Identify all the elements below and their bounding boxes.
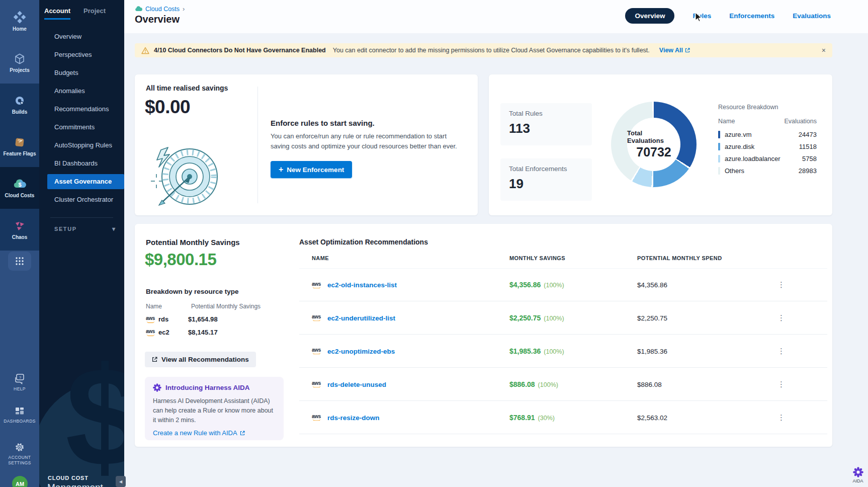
enforce-description: You can enforce/run any rule or rule rec… [271, 131, 458, 151]
sidebar-item-bi-dashboards[interactable]: BI Dashboards [39, 154, 124, 173]
dashboards-button[interactable]: DASHBOARDS [0, 407, 39, 424]
collapse-sidebar-button[interactable]: ◀ [116, 476, 126, 487]
legend-value: 24473 [799, 131, 817, 138]
column-header-potential-spend: POTENTIAL MONTHLY SPEND [637, 255, 722, 261]
savings-percent: (30%) [538, 415, 555, 422]
governance-warning-banner: 4/10 Cloud Connectors Do Not Have Govern… [135, 43, 832, 57]
aida-fab-button[interactable]: AIDA [847, 467, 868, 483]
table-row[interactable]: aws ec2-unoptimized-ebs $1,985.36 (100%)… [299, 335, 827, 368]
monthly-savings-cell: $4,356.86 (100%) [509, 281, 564, 289]
new-enforcement-label: New Enforcement [287, 166, 344, 174]
view-all-recommendations-button[interactable]: View all Recommendations [145, 352, 256, 367]
recommendation-link[interactable]: ec2-unoptimized-ebs [327, 347, 395, 355]
grid-apps-icon [15, 256, 25, 266]
recommendation-link[interactable]: ec2-underutilized-list [327, 314, 395, 321]
savings-value: $1,985.36 [509, 347, 541, 355]
page-title: Overview [135, 14, 180, 25]
sidebar-item-asset-governance[interactable]: Asset Governance [47, 174, 124, 189]
table-row[interactable]: aws ec2-underutilized-list $2,250.75 (10… [299, 301, 827, 335]
aida-promo-card: Introducing Harness AIDA Harness AI Deve… [145, 377, 284, 440]
module-switcher-button[interactable] [8, 252, 31, 271]
banner-view-all-link[interactable]: View All [659, 47, 690, 54]
rail-item-feature-flags[interactable]: Feature Flags [0, 125, 39, 167]
recommendation-link[interactable]: rds-delete-unused [327, 380, 386, 388]
savings-value: $886.08 [509, 380, 535, 388]
feature-flags-icon [14, 136, 26, 148]
total-rules-stat: Total Rules 113 [500, 103, 592, 145]
rail-label: Builds [12, 109, 28, 115]
rail-label: DASHBOARDS [4, 419, 36, 424]
row-menu-kebab-icon[interactable]: ⋮ [774, 313, 788, 322]
row-menu-kebab-icon[interactable]: ⋮ [774, 347, 788, 356]
tab-project[interactable]: Project [83, 7, 106, 20]
tab-rules[interactable]: Rules [692, 12, 711, 20]
dashboards-icon [15, 407, 25, 417]
aws-icon: aws [312, 314, 321, 321]
rail-label: Cloud Costs [5, 193, 35, 198]
user-avatar[interactable]: AM [12, 476, 28, 487]
sidebar-scope-tabs: Account Project [44, 7, 106, 20]
page-header: Cloud Costs › Overview Overview Rules En… [124, 0, 868, 33]
potential-spend-cell: $886.08 [637, 380, 662, 388]
tab-account[interactable]: Account [44, 7, 70, 20]
close-icon[interactable]: × [822, 47, 826, 54]
legend-name: azure.disk [725, 143, 754, 150]
sidebar-item-overview[interactable]: Overview [39, 28, 124, 46]
rail-item-cloud-costs[interactable]: $ Cloud Costs [0, 167, 39, 209]
sidebar-item-cluster-orchestrator[interactable]: Cluster Orchestrator [39, 191, 124, 209]
breadcrumb-cloud-costs-link[interactable]: Cloud Costs [145, 6, 180, 13]
row-menu-kebab-icon[interactable]: ⋮ [774, 413, 788, 422]
aws-icon: aws [146, 329, 155, 336]
sidebar-item-budgets[interactable]: Budgets [39, 64, 124, 82]
recommendation-link[interactable]: ec2-old-instances-list [327, 281, 397, 289]
breakdown-header: Name Potential Monthly Savings [146, 303, 272, 310]
realised-savings-card: All time realised savings $0.00 Enforce … [135, 74, 478, 215]
rail-item-builds[interactable]: Builds [0, 84, 39, 125]
sidebar-item-recommendations[interactable]: Recommendations [39, 100, 124, 118]
tab-overview[interactable]: Overview [625, 8, 674, 24]
tab-enforcements[interactable]: Enforcements [729, 12, 774, 20]
potential-spend-cell: $1,985.36 [637, 347, 667, 355]
tab-evaluations[interactable]: Evaluations [793, 12, 831, 20]
savings-value: $768.91 [509, 414, 535, 422]
main-content: Cloud Costs › Overview Overview Rules En… [124, 0, 868, 487]
sidebar-item-perspectives[interactable]: Perspectives [39, 46, 124, 64]
legend-title: Resource Breakdown [718, 104, 817, 111]
projects-cube-icon [14, 53, 26, 65]
recommendations-table-title: Asset Optimization Recommendations [299, 238, 428, 246]
sidebar-item-commitments[interactable]: Commitments [39, 118, 124, 136]
legend-name: azure.loadbalancer [725, 155, 780, 163]
legend-chip [718, 167, 720, 175]
view-all-label: View All [659, 47, 683, 54]
sidebar-setup-toggle[interactable]: SETUP ▾ [54, 225, 115, 232]
resource-name: rds [158, 315, 179, 323]
sidebar-item-autostopping-rules[interactable]: AutoStopping Rules [39, 136, 124, 154]
potential-spend-cell: $2,250.75 [637, 314, 667, 321]
account-settings-button[interactable]: ACCOUNT SETTINGS [0, 442, 39, 466]
external-link-icon [685, 48, 690, 53]
monthly-savings-cell: $886.08 (100%) [509, 380, 558, 388]
rail-label: HELP [14, 386, 26, 392]
create-rule-with-aida-link[interactable]: Create a new Rule with AIDA [153, 429, 276, 437]
table-row[interactable]: aws rds-delete-unused $886.08 (100%) $88… [299, 368, 827, 401]
legend-value: 11518 [799, 143, 817, 150]
rail-item-chaos[interactable]: Chaos [0, 209, 39, 251]
harness-home-icon [13, 11, 26, 24]
sidebar-item-anomalies[interactable]: Anomalies [39, 82, 124, 100]
rail-item-home[interactable]: Home [0, 0, 39, 42]
rail-item-projects[interactable]: Projects [0, 42, 39, 84]
chaos-icon [14, 220, 26, 232]
table-row[interactable]: aws rds-resize-down $768.91 (30%) $2,563… [299, 401, 827, 434]
row-menu-kebab-icon[interactable]: ⋮ [774, 280, 788, 289]
recommendation-link[interactable]: rds-resize-down [327, 414, 380, 421]
total-rules-value: 113 [509, 121, 583, 136]
realised-savings-amount: $0.00 [145, 97, 190, 118]
savings-percent: (100%) [544, 348, 564, 355]
potential-savings-title: Potential Monthly Savings [146, 238, 240, 247]
warning-icon [141, 47, 149, 54]
new-enforcement-button[interactable]: + New Enforcement [271, 161, 352, 178]
resource-savings: $8,145.17 [188, 329, 218, 336]
help-button[interactable]: ? HELP [0, 373, 39, 392]
row-menu-kebab-icon[interactable]: ⋮ [774, 380, 788, 389]
table-row[interactable]: aws ec2-old-instances-list $4,356.86 (10… [299, 268, 827, 301]
